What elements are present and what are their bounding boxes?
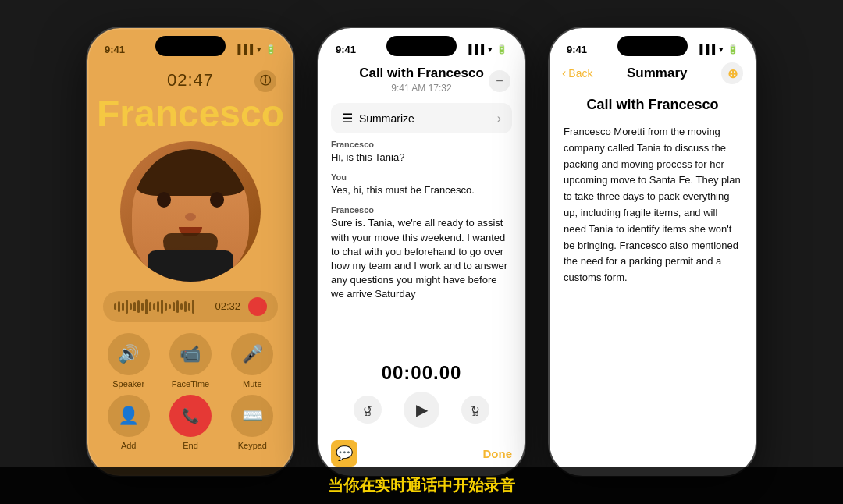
facetime-label: FaceTime (172, 379, 210, 389)
memoji-nose (185, 213, 196, 221)
summarize-bar[interactable]: ☰ Summarize › (331, 103, 512, 133)
memoji-shirt (148, 250, 233, 282)
phones-container: 9:41 ▐▐▐ ▾ 🔋 ⓘ 02:47 Francesco (0, 0, 843, 504)
call-buttons-row1: 🔊 Speaker 📹 FaceTime 🎤 Mute (103, 333, 278, 389)
wave-bar (180, 303, 183, 310)
facetime-button[interactable]: 📹 FaceTime (165, 333, 215, 389)
wave-bar (114, 303, 116, 310)
audio-player: 00:00.00 ↺ 15 ▶ ↻ 15 (318, 353, 525, 434)
end-label: End (183, 441, 198, 450)
dynamic-island (155, 36, 226, 56)
wave-bar (130, 303, 132, 310)
skip-back-button[interactable]: ↺ 15 (354, 396, 382, 424)
summarize-text: Summarize (359, 112, 414, 125)
summarize-chevron-icon: › (497, 112, 501, 126)
keypad-button[interactable]: ⌨️ Keypad (227, 395, 278, 450)
message-text-3: Sure is. Tania, we're all ready to assis… (331, 216, 512, 301)
signal-icon-2: ▐▐▐ (466, 44, 484, 54)
battery-icon-2: 🔋 (496, 44, 507, 55)
play-icon: ▶ (416, 400, 428, 419)
done-button[interactable]: Done (483, 447, 513, 460)
audio-waveform-bar: 02:32 (103, 291, 278, 322)
record-button[interactable] (248, 297, 267, 316)
battery-icon-3: 🔋 (727, 44, 738, 55)
transcript-subtitle: 9:41 AM 17:32 (334, 83, 509, 94)
wave-bar (188, 303, 190, 311)
memoji-face (132, 149, 249, 282)
facetime-icon-circle: 📹 (169, 333, 212, 375)
play-button[interactable]: ▶ (404, 392, 439, 428)
end-button[interactable]: 📞 End (165, 395, 215, 450)
add-label: Add (121, 441, 137, 450)
keypad-label: Keypad (238, 441, 267, 450)
info-button[interactable]: ⓘ (254, 70, 276, 92)
memoji-eye-left (157, 192, 171, 208)
speaker-label: Speaker (112, 379, 144, 389)
audio-time: 02:32 (215, 300, 240, 312)
memoji-hair (136, 149, 245, 196)
minus-button[interactable]: − (489, 70, 510, 92)
summarize-icon: ☰ (342, 111, 353, 126)
add-icon-circle: 👤 (108, 395, 150, 437)
wave-bar (137, 300, 140, 313)
speaker-button[interactable]: 🔊 Speaker (103, 333, 154, 389)
transcript-content: Francesco Hi, is this Tania? You Yes, hi… (318, 140, 525, 353)
subtitle-text: 当你在实时通话中开始录音 (328, 477, 515, 494)
status-icons-2: ▐▐▐ ▾ 🔋 (466, 44, 507, 55)
call-timer: 02:47 (167, 70, 214, 91)
plus-icon: ⊕ (727, 66, 738, 81)
wave-bar (176, 300, 179, 313)
mute-label: Mute (243, 379, 261, 389)
wave-bar (169, 304, 171, 309)
call-screen: 02:47 Francesco (87, 62, 293, 476)
chat-icon-button[interactable]: 💬 (331, 440, 357, 467)
wave-bar (118, 301, 120, 312)
audio-timer-big: 00:00.00 (318, 362, 525, 384)
summary-nav-title: Summary (627, 66, 687, 81)
skip-forward-label: 15 (472, 411, 478, 417)
caller-name: Francesco (97, 94, 284, 135)
mute-icon-circle: 🎤 (231, 333, 273, 375)
battery-icon: 🔋 (265, 44, 276, 55)
back-label: Back (568, 67, 592, 80)
speaker-icon-circle: 🔊 (108, 333, 150, 375)
summarize-left: ☰ Summarize (342, 111, 414, 126)
status-time-1: 9:41 (105, 44, 125, 55)
wave-bar (122, 303, 124, 311)
add-button[interactable]: 👤 Add (103, 395, 154, 450)
transcript-message-1: Francesco Hi, is this Tania? (331, 140, 512, 165)
waveform (114, 299, 207, 314)
back-button[interactable]: ‹ Back (562, 66, 592, 80)
phone-active-call: 9:41 ▐▐▐ ▾ 🔋 ⓘ 02:47 Francesco (86, 27, 295, 477)
wave-bar (192, 300, 194, 314)
player-controls: ↺ 15 ▶ ↻ 15 (318, 392, 525, 428)
summary-content: Call with Francesco Francesco Moretti fr… (550, 91, 756, 293)
chat-icon: 💬 (336, 445, 353, 462)
plus-button[interactable]: ⊕ (721, 62, 743, 84)
keypad-icon-circle: ⌨️ (231, 395, 273, 437)
skip-forward-button[interactable]: ↻ 15 (461, 396, 489, 424)
call-buttons-row2: 👤 Add 📞 End ⌨️ Keypad (103, 395, 278, 450)
wave-bar (153, 303, 155, 310)
sender-2: You (331, 172, 512, 182)
wave-bar (165, 303, 167, 311)
message-text-2: Yes, hi, this must be Francesco. (331, 183, 512, 197)
wave-bar (133, 302, 136, 311)
wave-bar (149, 302, 151, 311)
summary-call-title: Call with Francesco (564, 97, 742, 113)
mute-button[interactable]: 🎤 Mute (227, 333, 278, 389)
phone-transcript: 9:41 ▐▐▐ ▾ 🔋 Call with Francesco 9:41 AM… (317, 27, 526, 477)
wifi-icon: ▾ (257, 44, 261, 55)
wave-bar (157, 301, 159, 312)
summary-nav: ‹ Back Summary ⊕ (550, 62, 756, 91)
sender-3: Francesco (331, 205, 512, 215)
wave-bar (126, 300, 128, 314)
transcript-title: Call with Francesco (334, 66, 509, 81)
avatar-memoji (120, 141, 261, 282)
dynamic-island-2 (386, 36, 457, 56)
back-chevron-icon: ‹ (562, 66, 566, 80)
transcript-message-2: You Yes, hi, this must be Francesco. (331, 172, 512, 197)
signal-icon-3: ▐▐▐ (697, 44, 715, 54)
wave-bar (145, 299, 148, 314)
status-time-2: 9:41 (336, 44, 356, 55)
